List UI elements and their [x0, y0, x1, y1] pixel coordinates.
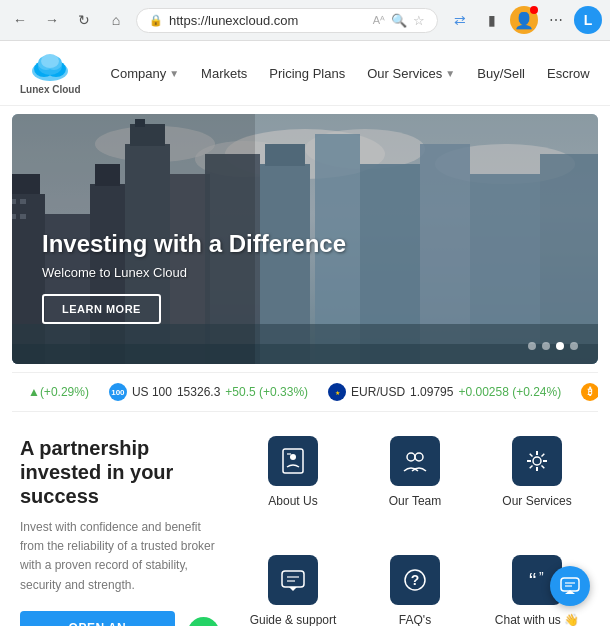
refresh-button[interactable]: ↻	[72, 8, 96, 32]
site-nav: Lunex Cloud Company ▼ Markets Pricing Pl…	[0, 41, 610, 106]
extension-button[interactable]: L	[574, 6, 602, 34]
home-button[interactable]: ⌂	[104, 8, 128, 32]
svg-point-6	[41, 54, 59, 68]
browser-chrome: ← → ↻ ⌂ 🔒 https://lunexcloud.com Aᴬ 🔍 ☆ …	[0, 0, 610, 41]
service-faqs[interactable]: ? FAQ's	[362, 555, 468, 626]
services-grid: About Us Our Team	[240, 436, 590, 626]
hero-title: Investing with a Difference	[42, 230, 346, 259]
services-chevron: ▼	[445, 68, 455, 79]
hero-content: Investing with a Difference Welcome to L…	[42, 230, 346, 324]
svg-rect-42	[283, 449, 303, 473]
lock-icon: 🔒	[149, 14, 163, 27]
user-avatar[interactable]: 👤	[510, 6, 538, 34]
hero-carousel-dots	[528, 342, 578, 350]
ticker-item-us100: 100 US 100 15326.3 +50.5 (+0.33%)	[109, 383, 308, 401]
about-us-label: About Us	[268, 494, 317, 508]
partnership-description: Invest with confidence and benefit from …	[20, 518, 220, 595]
company-chevron: ▼	[169, 68, 179, 79]
nav-links: Company ▼ Markets Pricing Plans Our Serv…	[111, 66, 590, 81]
our-services-icon-svg	[523, 447, 551, 475]
chat-label: Chat with us 👋	[495, 613, 579, 626]
split-view-button[interactable]: ▮	[478, 6, 506, 34]
eu-flag-icon: ★	[328, 383, 346, 401]
bookmark-icon: ☆	[413, 13, 425, 28]
ticker-item-eurusd: ★ EUR/USD 1.09795 +0.00258 (+0.24%)	[328, 383, 561, 401]
about-us-icon-svg	[279, 447, 307, 475]
service-our-services[interactable]: Our Services	[484, 436, 590, 539]
our-services-label: Our Services	[502, 494, 571, 508]
svg-text:★: ★	[335, 390, 340, 396]
browser-toolbar: ← → ↻ ⌂ 🔒 https://lunexcloud.com Aᴬ 🔍 ☆ …	[0, 0, 610, 40]
back-button[interactable]: ←	[8, 8, 32, 32]
faqs-label: FAQ's	[399, 613, 431, 626]
svg-text:“: “	[529, 568, 536, 593]
hero-subtitle: Welcome to Lunex Cloud	[42, 265, 346, 280]
logo-text: Lunex Cloud	[20, 84, 81, 95]
ticker-item-bitcoin: ₿ Bitcoin 📈	[581, 383, 598, 401]
site-wrapper: Lunex Cloud Company ▼ Markets Pricing Pl…	[0, 41, 610, 626]
our-team-icon	[390, 436, 440, 486]
search-icon: 🔍	[391, 13, 407, 28]
svg-point-47	[533, 457, 541, 465]
our-team-icon-svg	[401, 447, 429, 475]
service-our-team[interactable]: Our Team	[362, 436, 468, 539]
hero-dot-3[interactable]	[556, 342, 564, 350]
our-team-label: Our Team	[389, 494, 441, 508]
svg-text:”: ”	[539, 569, 544, 585]
learn-more-button[interactable]: LEARN MORE	[42, 294, 161, 324]
nav-services-label: Our Services	[367, 66, 442, 81]
us100-change: +50.5 (+0.33%)	[225, 385, 308, 399]
eurusd-price: 1.09795	[410, 385, 453, 399]
whatsapp-button[interactable]: ✆	[187, 617, 220, 626]
reader-mode-icon: Aᴬ	[373, 14, 385, 27]
guide-support-label: Guide & support	[250, 613, 337, 626]
nav-markets-label: Markets	[201, 66, 247, 81]
hero-dot-2[interactable]	[542, 342, 550, 350]
logo-area[interactable]: Lunex Cloud	[20, 51, 81, 95]
nav-company[interactable]: Company ▼	[111, 66, 180, 81]
us100-name: US 100	[132, 385, 172, 399]
nav-pricing[interactable]: Pricing Plans	[269, 66, 345, 81]
svg-point-43	[290, 454, 296, 460]
nav-escrow[interactable]: Escrow	[547, 66, 590, 81]
guide-support-icon	[268, 555, 318, 605]
chat-icon-svg: “ ”	[523, 566, 551, 594]
guide-support-icon-svg	[279, 566, 307, 594]
eurusd-name: EUR/USD	[351, 385, 405, 399]
content-grid: A partnership invested in your success I…	[20, 436, 590, 626]
faqs-icon: ?	[390, 555, 440, 605]
us100-price: 15326.3	[177, 385, 220, 399]
service-guide-support[interactable]: Guide & support	[240, 555, 346, 626]
nav-pricing-label: Pricing Plans	[269, 66, 345, 81]
nav-buysell[interactable]: Buy/Sell	[477, 66, 525, 81]
logo-icon	[28, 51, 72, 83]
chat-fab-icon	[560, 576, 580, 596]
nav-markets[interactable]: Markets	[201, 66, 247, 81]
svg-point-45	[407, 453, 415, 461]
partnership-heading: A partnership invested in your success	[20, 436, 220, 508]
hero-dot-1[interactable]	[528, 342, 536, 350]
service-about-us[interactable]: About Us	[240, 436, 346, 539]
ticker-item-change: ▲(+0.29%)	[28, 385, 89, 399]
svg-rect-55	[561, 578, 579, 591]
about-us-icon	[268, 436, 318, 486]
ticker-change-only: ▲(+0.29%)	[28, 385, 89, 399]
open-account-button[interactable]: OPEN AN ACCOUNT	[20, 611, 175, 626]
hero-section: Investing with a Difference Welcome to L…	[12, 114, 598, 364]
url-text: https://lunexcloud.com	[169, 13, 367, 28]
nav-buysell-label: Buy/Sell	[477, 66, 525, 81]
synced-tabs-button[interactable]: ⇄	[446, 6, 474, 34]
svg-rect-48	[282, 571, 304, 587]
us100-badge: 100	[109, 383, 127, 401]
nav-company-label: Company	[111, 66, 167, 81]
content-left: A partnership invested in your success I…	[20, 436, 220, 626]
more-options-button[interactable]: ⋯	[542, 6, 570, 34]
svg-point-46	[415, 453, 423, 461]
hero-dot-4[interactable]	[570, 342, 578, 350]
nav-services[interactable]: Our Services ▼	[367, 66, 455, 81]
address-bar[interactable]: 🔒 https://lunexcloud.com Aᴬ 🔍 ☆	[136, 8, 438, 33]
bitcoin-icon: ₿	[581, 383, 598, 401]
browser-actions: ⇄ ▮ 👤 ⋯ L	[446, 6, 602, 34]
forward-button[interactable]: →	[40, 8, 64, 32]
chat-fab-button[interactable]	[550, 566, 590, 606]
